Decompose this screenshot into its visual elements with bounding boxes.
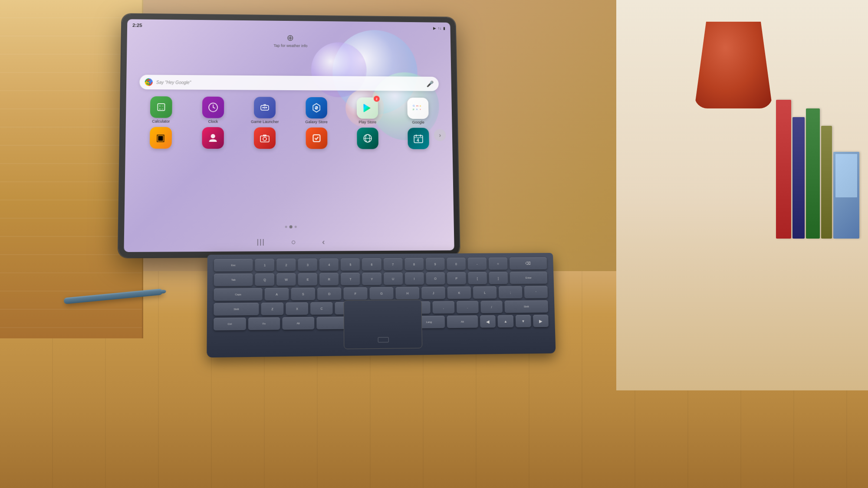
key-x[interactable]: X (286, 302, 309, 315)
svg-text:+: + (159, 105, 161, 108)
book-2 (792, 117, 805, 239)
book-4 (821, 126, 832, 239)
tablet-screen: 2:25 ▶ ↑↓ ▮ ⊕ Tap for weather info (124, 19, 454, 252)
key-2[interactable]: 2 (276, 259, 296, 271)
key-fn[interactable]: Fn (248, 317, 280, 330)
key-f[interactable]: F (343, 287, 367, 300)
key-slash[interactable]: / (480, 301, 503, 313)
nav-recents[interactable]: ||| (257, 238, 265, 246)
key-8[interactable]: 8 (404, 258, 424, 270)
play-store-icon: 2 (357, 97, 378, 118)
svg-text:4: 4 (417, 138, 419, 143)
key-r[interactable]: R (319, 273, 339, 285)
mic-icon[interactable]: 🎤 (426, 80, 434, 87)
key-c[interactable]: C (310, 302, 333, 314)
key-9[interactable]: 9 (426, 258, 445, 270)
key-arrow-up[interactable]: ▲ (498, 315, 513, 328)
key-t[interactable]: T (341, 273, 360, 285)
app-play-store[interactable]: 2 (351, 97, 383, 124)
key-bracket-l[interactable]: [ (468, 272, 487, 284)
search-bar[interactable]: Say "Hey Google" 🎤 (139, 75, 439, 91)
app-grid: + − × ÷ Calculator (134, 96, 444, 151)
calculator-label: Calculator (152, 119, 170, 124)
key-u[interactable]: U (384, 272, 403, 285)
key-5[interactable]: 5 (341, 258, 360, 271)
app-google[interactable]: G m a p s + Google (402, 98, 434, 124)
app-orange[interactable] (300, 128, 333, 151)
weather-label: Tap for weather info (273, 43, 307, 48)
screen-nav-arrow[interactable]: › (434, 129, 446, 141)
key-arrow-left[interactable]: ◀ (480, 315, 496, 328)
play-icon: ▶ (433, 26, 436, 30)
key-k[interactable]: K (447, 286, 471, 299)
key-enter[interactable]: Enter (510, 272, 547, 284)
svg-text:s: s (416, 108, 418, 111)
key-h[interactable]: H (395, 287, 419, 299)
key-tab[interactable]: Tab (214, 273, 253, 286)
app-bixby[interactable] (197, 127, 230, 150)
key-j[interactable]: J (421, 287, 445, 299)
key-7[interactable]: 7 (383, 258, 402, 271)
key-minus[interactable]: - (467, 258, 487, 270)
key-g[interactable]: G (369, 287, 393, 300)
key-quote[interactable]: ' (524, 286, 548, 298)
key-a[interactable]: A (265, 288, 289, 301)
key-period[interactable]: . (457, 301, 479, 314)
app-orange-icon (306, 128, 327, 149)
key-caps[interactable]: Caps (214, 288, 263, 301)
navigation-bar: ||| ○ ‹ (124, 232, 454, 252)
weather-widget[interactable]: ⊕ Tap for weather info (273, 33, 307, 48)
key-equals[interactable]: = (489, 258, 508, 270)
nav-back[interactable]: ‹ (322, 237, 325, 246)
keyboard-trackpad[interactable] (344, 300, 423, 349)
key-arrow-down[interactable]: ▼ (515, 315, 531, 328)
key-esc[interactable]: Esc (214, 259, 253, 272)
key-shift-r[interactable]: Shift (504, 300, 548, 313)
key-0[interactable]: 0 (447, 258, 466, 270)
key-6[interactable]: 6 (362, 258, 381, 271)
key-1[interactable]: 1 (255, 259, 275, 272)
app-yellow[interactable]: ▣ (144, 127, 178, 150)
key-p[interactable]: P (447, 272, 466, 285)
background-right (616, 0, 868, 390)
key-ctrl[interactable]: Ctrl (214, 318, 246, 331)
key-alt-l[interactable]: Alt (282, 317, 314, 330)
key-bracket-r[interactable]: ] (489, 272, 508, 284)
key-backspace[interactable]: ⌫ (510, 257, 547, 270)
key-i[interactable]: I (404, 272, 424, 285)
key-q[interactable]: Q (255, 273, 275, 286)
key-comma[interactable]: , (432, 301, 454, 314)
key-shift-l[interactable]: Shift (214, 303, 259, 316)
app-clock[interactable]: Clock (197, 97, 230, 124)
app-camera[interactable] (249, 127, 281, 150)
clock-icon (202, 97, 224, 118)
svg-line-7 (213, 107, 215, 108)
app-teal[interactable] (352, 128, 384, 150)
app-calendar[interactable]: 4 (402, 128, 434, 151)
weather-icon: ⊕ (273, 33, 307, 43)
svg-text:÷: ÷ (161, 108, 163, 111)
key-z[interactable]: Z (261, 302, 284, 315)
app-calculator[interactable]: + − × ÷ Calculator (145, 96, 178, 124)
keyboard: Esc 1 2 3 4 5 6 7 8 9 0 - = ⌫ Tab Q W E (207, 253, 556, 357)
clock-label: Clock (208, 119, 218, 124)
key-e[interactable]: E (298, 273, 317, 285)
app-yellow-icon: ▣ (150, 127, 172, 149)
app-game-launcher[interactable]: Game Launcher (249, 97, 281, 124)
key-alt-r[interactable]: Alt (447, 315, 478, 328)
key-4[interactable]: 4 (319, 259, 339, 271)
key-3[interactable]: 3 (298, 259, 317, 271)
app-galaxy-store[interactable]: Galaxy Store (300, 97, 332, 124)
key-o[interactable]: O (426, 272, 445, 285)
key-d[interactable]: D (317, 288, 341, 300)
key-l[interactable]: L (473, 286, 497, 299)
key-y[interactable]: Y (362, 273, 381, 285)
battery-icon: ▮ (443, 26, 445, 30)
tablet-device: 2:25 ▶ ↑↓ ▮ ⊕ Tap for weather info (117, 14, 461, 343)
svg-text:+: + (420, 108, 421, 111)
key-semicolon[interactable]: ; (499, 286, 523, 299)
nav-home[interactable]: ○ (291, 237, 296, 246)
key-s[interactable]: S (291, 288, 315, 300)
key-w[interactable]: W (276, 273, 296, 286)
key-arrow-right[interactable]: ▶ (533, 315, 549, 328)
